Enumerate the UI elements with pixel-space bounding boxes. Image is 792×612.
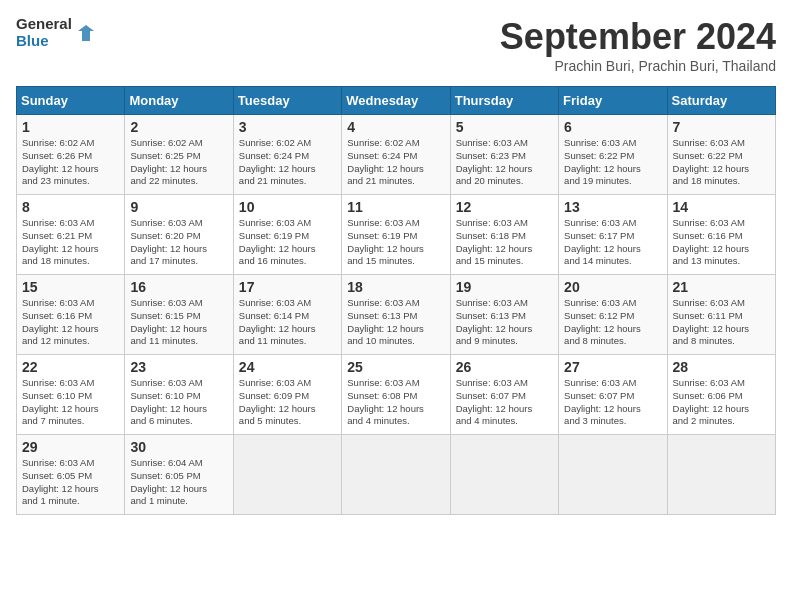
calendar-cell — [233, 435, 341, 515]
day-number: 3 — [239, 119, 336, 135]
day-number: 5 — [456, 119, 553, 135]
calendar-cell — [559, 435, 667, 515]
cell-sun-info: Sunrise: 6:03 AMSunset: 6:20 PMDaylight:… — [130, 217, 227, 268]
calendar-cell: 29Sunrise: 6:03 AMSunset: 6:05 PMDayligh… — [17, 435, 125, 515]
cell-sun-info: Sunrise: 6:03 AMSunset: 6:16 PMDaylight:… — [22, 297, 119, 348]
day-number: 19 — [456, 279, 553, 295]
calendar-cell: 28Sunrise: 6:03 AMSunset: 6:06 PMDayligh… — [667, 355, 775, 435]
weekday-header: Friday — [559, 87, 667, 115]
calendar-cell: 7Sunrise: 6:03 AMSunset: 6:22 PMDaylight… — [667, 115, 775, 195]
calendar-table: SundayMondayTuesdayWednesdayThursdayFrid… — [16, 86, 776, 515]
weekday-header-row: SundayMondayTuesdayWednesdayThursdayFrid… — [17, 87, 776, 115]
logo-text-block: General Blue — [16, 16, 72, 49]
day-number: 25 — [347, 359, 444, 375]
day-number: 21 — [673, 279, 770, 295]
day-number: 27 — [564, 359, 661, 375]
cell-sun-info: Sunrise: 6:03 AMSunset: 6:13 PMDaylight:… — [347, 297, 444, 348]
cell-sun-info: Sunrise: 6:03 AMSunset: 6:09 PMDaylight:… — [239, 377, 336, 428]
day-number: 13 — [564, 199, 661, 215]
calendar-cell: 13Sunrise: 6:03 AMSunset: 6:17 PMDayligh… — [559, 195, 667, 275]
cell-sun-info: Sunrise: 6:03 AMSunset: 6:22 PMDaylight:… — [564, 137, 661, 188]
cell-sun-info: Sunrise: 6:03 AMSunset: 6:11 PMDaylight:… — [673, 297, 770, 348]
day-number: 12 — [456, 199, 553, 215]
day-number: 8 — [22, 199, 119, 215]
calendar-cell — [342, 435, 450, 515]
cell-sun-info: Sunrise: 6:03 AMSunset: 6:18 PMDaylight:… — [456, 217, 553, 268]
day-number: 17 — [239, 279, 336, 295]
calendar-cell: 10Sunrise: 6:03 AMSunset: 6:19 PMDayligh… — [233, 195, 341, 275]
weekday-header: Wednesday — [342, 87, 450, 115]
day-number: 26 — [456, 359, 553, 375]
cell-sun-info: Sunrise: 6:03 AMSunset: 6:21 PMDaylight:… — [22, 217, 119, 268]
calendar-cell: 2Sunrise: 6:02 AMSunset: 6:25 PMDaylight… — [125, 115, 233, 195]
calendar-cell: 22Sunrise: 6:03 AMSunset: 6:10 PMDayligh… — [17, 355, 125, 435]
calendar-cell: 25Sunrise: 6:03 AMSunset: 6:08 PMDayligh… — [342, 355, 450, 435]
cell-sun-info: Sunrise: 6:02 AMSunset: 6:25 PMDaylight:… — [130, 137, 227, 188]
calendar-cell: 21Sunrise: 6:03 AMSunset: 6:11 PMDayligh… — [667, 275, 775, 355]
day-number: 11 — [347, 199, 444, 215]
calendar-cell: 30Sunrise: 6:04 AMSunset: 6:05 PMDayligh… — [125, 435, 233, 515]
logo-bird-icon — [76, 23, 96, 43]
logo-blue: Blue — [16, 32, 49, 49]
day-number: 18 — [347, 279, 444, 295]
cell-sun-info: Sunrise: 6:03 AMSunset: 6:10 PMDaylight:… — [22, 377, 119, 428]
day-number: 23 — [130, 359, 227, 375]
calendar-week-row: 1Sunrise: 6:02 AMSunset: 6:26 PMDaylight… — [17, 115, 776, 195]
day-number: 1 — [22, 119, 119, 135]
month-title: September 2024 — [500, 16, 776, 58]
calendar-cell: 24Sunrise: 6:03 AMSunset: 6:09 PMDayligh… — [233, 355, 341, 435]
cell-sun-info: Sunrise: 6:03 AMSunset: 6:14 PMDaylight:… — [239, 297, 336, 348]
calendar-cell: 17Sunrise: 6:03 AMSunset: 6:14 PMDayligh… — [233, 275, 341, 355]
calendar-cell — [667, 435, 775, 515]
cell-sun-info: Sunrise: 6:02 AMSunset: 6:24 PMDaylight:… — [347, 137, 444, 188]
calendar-week-row: 22Sunrise: 6:03 AMSunset: 6:10 PMDayligh… — [17, 355, 776, 435]
weekday-header: Thursday — [450, 87, 558, 115]
calendar-cell: 27Sunrise: 6:03 AMSunset: 6:07 PMDayligh… — [559, 355, 667, 435]
cell-sun-info: Sunrise: 6:03 AMSunset: 6:23 PMDaylight:… — [456, 137, 553, 188]
calendar-cell: 11Sunrise: 6:03 AMSunset: 6:19 PMDayligh… — [342, 195, 450, 275]
svg-marker-0 — [78, 25, 94, 41]
calendar-cell: 6Sunrise: 6:03 AMSunset: 6:22 PMDaylight… — [559, 115, 667, 195]
day-number: 9 — [130, 199, 227, 215]
day-number: 20 — [564, 279, 661, 295]
calendar-cell: 15Sunrise: 6:03 AMSunset: 6:16 PMDayligh… — [17, 275, 125, 355]
cell-sun-info: Sunrise: 6:03 AMSunset: 6:10 PMDaylight:… — [130, 377, 227, 428]
calendar-cell — [450, 435, 558, 515]
cell-sun-info: Sunrise: 6:03 AMSunset: 6:22 PMDaylight:… — [673, 137, 770, 188]
cell-sun-info: Sunrise: 6:03 AMSunset: 6:06 PMDaylight:… — [673, 377, 770, 428]
calendar-cell: 19Sunrise: 6:03 AMSunset: 6:13 PMDayligh… — [450, 275, 558, 355]
calendar-cell: 26Sunrise: 6:03 AMSunset: 6:07 PMDayligh… — [450, 355, 558, 435]
cell-sun-info: Sunrise: 6:03 AMSunset: 6:07 PMDaylight:… — [456, 377, 553, 428]
calendar-week-row: 15Sunrise: 6:03 AMSunset: 6:16 PMDayligh… — [17, 275, 776, 355]
cell-sun-info: Sunrise: 6:03 AMSunset: 6:15 PMDaylight:… — [130, 297, 227, 348]
day-number: 29 — [22, 439, 119, 455]
cell-sun-info: Sunrise: 6:03 AMSunset: 6:16 PMDaylight:… — [673, 217, 770, 268]
day-number: 7 — [673, 119, 770, 135]
calendar-cell: 18Sunrise: 6:03 AMSunset: 6:13 PMDayligh… — [342, 275, 450, 355]
calendar-cell: 9Sunrise: 6:03 AMSunset: 6:20 PMDaylight… — [125, 195, 233, 275]
day-number: 16 — [130, 279, 227, 295]
cell-sun-info: Sunrise: 6:03 AMSunset: 6:05 PMDaylight:… — [22, 457, 119, 508]
weekday-header: Monday — [125, 87, 233, 115]
calendar-cell: 5Sunrise: 6:03 AMSunset: 6:23 PMDaylight… — [450, 115, 558, 195]
cell-sun-info: Sunrise: 6:03 AMSunset: 6:07 PMDaylight:… — [564, 377, 661, 428]
calendar-week-row: 8Sunrise: 6:03 AMSunset: 6:21 PMDaylight… — [17, 195, 776, 275]
logo: General Blue — [16, 16, 96, 49]
day-number: 6 — [564, 119, 661, 135]
day-number: 22 — [22, 359, 119, 375]
day-number: 2 — [130, 119, 227, 135]
cell-sun-info: Sunrise: 6:02 AMSunset: 6:26 PMDaylight:… — [22, 137, 119, 188]
day-number: 30 — [130, 439, 227, 455]
day-number: 28 — [673, 359, 770, 375]
weekday-header: Tuesday — [233, 87, 341, 115]
cell-sun-info: Sunrise: 6:03 AMSunset: 6:19 PMDaylight:… — [347, 217, 444, 268]
cell-sun-info: Sunrise: 6:04 AMSunset: 6:05 PMDaylight:… — [130, 457, 227, 508]
calendar-cell: 8Sunrise: 6:03 AMSunset: 6:21 PMDaylight… — [17, 195, 125, 275]
weekday-header: Saturday — [667, 87, 775, 115]
cell-sun-info: Sunrise: 6:03 AMSunset: 6:19 PMDaylight:… — [239, 217, 336, 268]
page-header: General Blue September 2024 Prachin Buri… — [16, 16, 776, 74]
weekday-header: Sunday — [17, 87, 125, 115]
day-number: 10 — [239, 199, 336, 215]
cell-sun-info: Sunrise: 6:03 AMSunset: 6:08 PMDaylight:… — [347, 377, 444, 428]
calendar-cell: 16Sunrise: 6:03 AMSunset: 6:15 PMDayligh… — [125, 275, 233, 355]
